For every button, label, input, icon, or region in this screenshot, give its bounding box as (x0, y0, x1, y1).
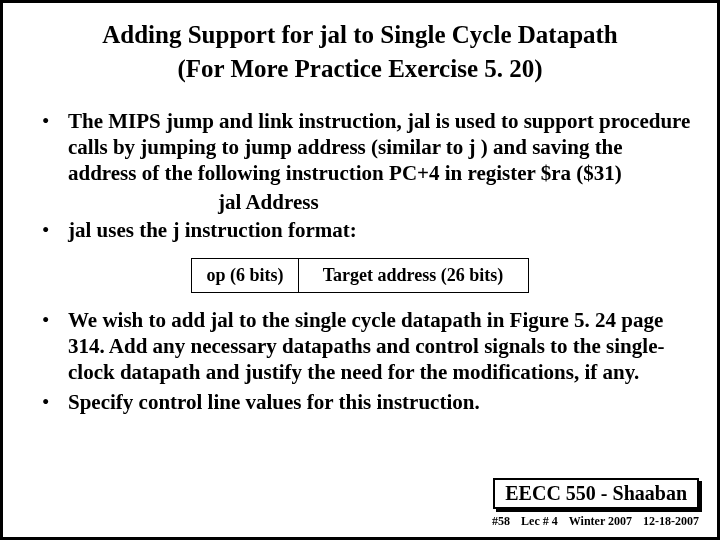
footer-lecture: Lec # 4 (521, 514, 558, 528)
title-line-1: Adding Support for jal to Single Cycle D… (102, 21, 618, 48)
footer-date: 12-18-2007 (643, 514, 699, 528)
title-line-2: (For More Practice Exercise 5. 20) (177, 55, 542, 82)
instruction-format-table: op (6 bits) Target address (26 bits) (191, 258, 528, 293)
format-op-cell: op (6 bits) (192, 258, 298, 292)
bullet-list: We wish to add jal to the single cycle d… (28, 307, 692, 416)
bullet-text: Specify control line values for this ins… (68, 390, 480, 414)
bullet-item: We wish to add jal to the single cycle d… (42, 307, 692, 386)
bullet-text: The MIPS jump and link instruction, jal … (68, 109, 690, 186)
bullet-item: Specify control line values for this ins… (42, 389, 692, 415)
bullet-item: jal uses the j instruction format: (42, 217, 692, 243)
slide-frame: Adding Support for jal to Single Cycle D… (0, 0, 720, 540)
format-target-cell: Target address (26 bits) (298, 258, 528, 292)
footer-term: Winter 2007 (569, 514, 632, 528)
footer-slide-number: #58 (492, 514, 510, 528)
bullet-item: The MIPS jump and link instruction, jal … (42, 108, 692, 187)
footer-meta: #58 Lec # 4 Winter 2007 12-18-2007 (484, 514, 699, 529)
table-row: op (6 bits) Target address (26 bits) (192, 258, 528, 292)
bullet-text: We wish to add jal to the single cycle d… (68, 308, 664, 385)
bullet-list: The MIPS jump and link instruction, jal … (28, 108, 692, 187)
slide-title: Adding Support for jal to Single Cycle D… (28, 18, 692, 86)
bullet-text: jal uses the j instruction format: (68, 218, 357, 242)
bullet-list: jal uses the j instruction format: (28, 217, 692, 243)
jal-syntax-line: jal Address (218, 190, 692, 215)
footer-course-box: EECC 550 - Shaaban (493, 478, 699, 509)
